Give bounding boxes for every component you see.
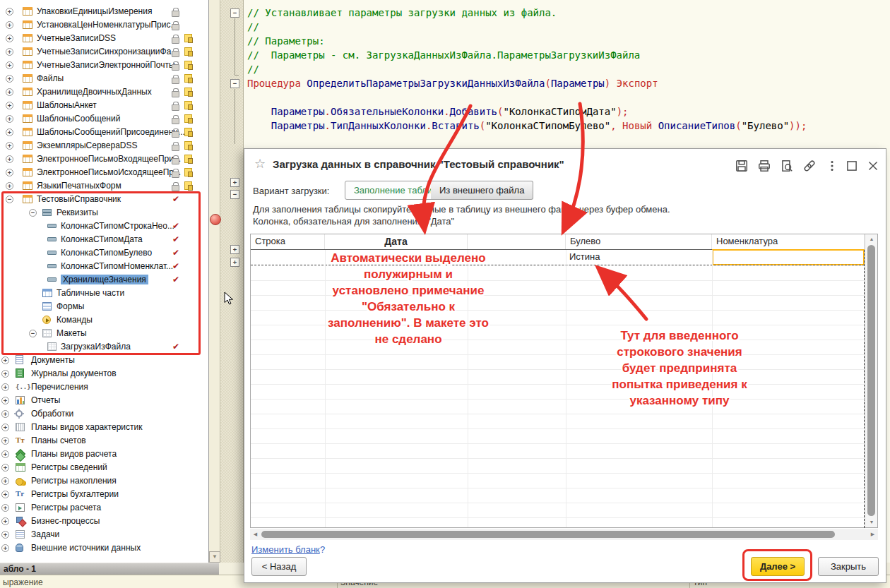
tree-item[interactable]: +Регистры накопления xyxy=(0,474,209,488)
help-link[interactable]: ? xyxy=(320,544,325,555)
metadata-tree[interactable]: +УпаковкиЕдиницыИзмерения+УстановкаЦенНо… xyxy=(0,0,209,563)
tree-item[interactable]: +Регистры бухгалтерии xyxy=(0,488,209,501)
tree-item[interactable]: +ЭлектронноеПисьмоВходящееПри... xyxy=(0,152,209,166)
tree-item[interactable]: +ЯзыкиПечатныхФорм xyxy=(0,179,209,193)
expand-plus-icon[interactable]: + xyxy=(1,437,9,445)
expand-plus-icon[interactable]: + xyxy=(6,155,13,163)
expand-plus-icon[interactable]: + xyxy=(1,410,9,418)
expand-plus-icon[interactable]: + xyxy=(1,491,9,498)
expand-plus-icon[interactable]: + xyxy=(6,102,13,109)
expand-plus-icon[interactable]: + xyxy=(6,75,13,83)
expand-plus-icon[interactable]: + xyxy=(1,370,9,378)
tree-item[interactable]: +Планы счетов xyxy=(0,434,209,448)
expand-plus-icon[interactable]: + xyxy=(1,397,9,404)
expand-plus-icon[interactable]: + xyxy=(6,142,13,150)
scrollbar-thumb[interactable] xyxy=(867,245,875,516)
tree-item[interactable]: +Планы видов характеристик xyxy=(0,421,209,434)
tree-item[interactable]: +Регистры расчета xyxy=(0,501,209,515)
expand-plus-icon[interactable]: + xyxy=(6,169,13,176)
tree-item[interactable]: КолонкаСТипомБулево✔ xyxy=(0,246,209,260)
table-header-Строка[interactable]: Строка xyxy=(251,234,325,249)
edit-form-link[interactable]: Изменить бланк xyxy=(251,544,320,555)
data-table[interactable]: ▲ ▼ СтрокаДатаБулевоНоменклатураИстина xyxy=(250,234,878,528)
collapse-minus-icon[interactable]: − xyxy=(29,330,37,337)
maximize-icon[interactable] xyxy=(845,159,860,174)
expand-plus-icon[interactable]: + xyxy=(6,21,13,29)
expand-plus-icon[interactable]: + xyxy=(6,35,13,42)
tree-item[interactable]: +Планы видов расчета xyxy=(0,448,209,461)
next-button[interactable]: Далее > xyxy=(751,557,805,576)
back-button[interactable]: < Назад xyxy=(251,557,307,576)
scrollbar-thumb[interactable] xyxy=(261,531,835,538)
tree-item[interactable]: −Макеты xyxy=(0,327,209,340)
expand-plus-icon[interactable]: + xyxy=(1,531,9,539)
scroll-up-icon[interactable]: ▲ xyxy=(865,234,878,244)
tree-item[interactable]: Команды xyxy=(0,313,209,327)
table-header-Дата[interactable]: Дата xyxy=(325,234,468,249)
expand-plus-icon[interactable]: + xyxy=(1,544,9,552)
link-icon[interactable] xyxy=(802,159,818,174)
tree-item[interactable]: +ШаблоныСообщений xyxy=(0,112,209,126)
tree-item[interactable]: +УчетныеЗаписиСинхронизацииФа... xyxy=(0,45,209,59)
expand-plus-icon[interactable]: + xyxy=(1,450,9,458)
fold-plus-icon[interactable]: + xyxy=(230,178,239,187)
tree-item[interactable]: +УстановкаЦенНоменклатурыПрис... xyxy=(0,18,209,32)
save-icon[interactable] xyxy=(735,159,750,174)
tree-item[interactable]: +Перечисления xyxy=(0,380,209,394)
selected-cell[interactable] xyxy=(712,249,865,265)
tree-item[interactable]: +УпаковкиЕдиницыИзмерения xyxy=(0,5,209,18)
print-icon[interactable] xyxy=(757,159,773,174)
expand-plus-icon[interactable]: + xyxy=(6,48,13,56)
tree-item[interactable]: −ТестовыйСправочник✔ xyxy=(0,193,209,206)
tree-item[interactable]: Формы xyxy=(0,300,209,313)
table-horizontal-scrollbar[interactable]: ◀ ▶ xyxy=(250,529,878,540)
tree-scrollbar[interactable]: ▼ xyxy=(209,0,220,563)
table-vertical-scrollbar[interactable]: ▲ ▼ xyxy=(865,234,877,527)
expand-plus-icon[interactable]: + xyxy=(1,464,9,472)
fold-minus-icon[interactable]: − xyxy=(230,190,239,199)
expand-plus-icon[interactable]: + xyxy=(1,504,9,512)
tree-item[interactable]: +ШаблоныАнкет xyxy=(0,99,209,112)
expand-plus-icon[interactable]: + xyxy=(1,517,9,525)
tree-item[interactable]: +Задачи xyxy=(0,528,209,541)
collapse-minus-icon[interactable]: − xyxy=(6,196,13,203)
expand-plus-icon[interactable]: + xyxy=(6,88,13,96)
tree-item[interactable]: Табличные части xyxy=(0,287,209,300)
expand-plus-icon[interactable]: + xyxy=(1,356,9,364)
tree-item[interactable]: +ШаблоныСообщенийПрисоединенн... xyxy=(0,126,209,139)
breakpoint-icon[interactable] xyxy=(210,214,221,225)
tree-item[interactable]: +УчетныеЗаписиDSS xyxy=(0,32,209,45)
table-header-blank[interactable] xyxy=(468,234,566,249)
table-header-Номенклатура[interactable]: Номенклатура xyxy=(712,234,865,249)
tree-item[interactable]: +Регистры сведений xyxy=(0,461,209,474)
tree-item[interactable]: ЗагрузкаИзФайла✔ xyxy=(0,340,209,354)
tree-item[interactable]: +Документы xyxy=(0,354,209,367)
collapse-minus-icon[interactable]: − xyxy=(29,209,37,217)
expand-plus-icon[interactable]: + xyxy=(1,424,9,431)
scroll-right-icon[interactable]: ▶ xyxy=(867,529,878,540)
expand-plus-icon[interactable]: + xyxy=(6,182,13,190)
tree-item[interactable]: +Журналы документов xyxy=(0,367,209,380)
expand-plus-icon[interactable]: + xyxy=(6,61,13,69)
close-icon[interactable] xyxy=(866,159,882,174)
table-header-Булево[interactable]: Булево xyxy=(566,234,712,249)
tree-item[interactable]: +ХранилищеДвоичныхДанных xyxy=(0,85,209,99)
tree-item[interactable]: −Реквизиты xyxy=(0,206,209,220)
fold-plus-icon[interactable]: + xyxy=(230,258,239,267)
tree-item[interactable]: +Бизнес-процессы xyxy=(0,515,209,528)
scroll-down-icon[interactable]: ▼ xyxy=(865,517,878,527)
tree-item[interactable]: +УчетныеЗаписиЭлектроннойПочты xyxy=(0,59,209,72)
scroll-left-icon[interactable]: ◀ xyxy=(250,529,261,540)
expand-plus-icon[interactable]: + xyxy=(1,383,9,391)
tab-from-file[interactable]: Из внешнего файла xyxy=(431,181,533,200)
tree-item[interactable]: +ЭлектронноеПисьмоИсходящееПр... xyxy=(0,166,209,179)
close-button[interactable]: Закрыть xyxy=(818,557,879,576)
tree-item[interactable]: КолонкаСТипомНоменклат...✔ xyxy=(0,260,209,273)
fold-plus-icon[interactable]: + xyxy=(230,245,239,254)
tree-item[interactable]: ХранилищеЗначения✔ xyxy=(0,273,209,287)
fold-minus-icon[interactable]: − xyxy=(230,79,239,88)
preview-icon[interactable] xyxy=(780,159,795,174)
table-cell[interactable]: Истина xyxy=(569,251,600,262)
expand-plus-icon[interactable]: + xyxy=(1,477,9,485)
tree-item[interactable]: +Отчеты xyxy=(0,394,209,407)
